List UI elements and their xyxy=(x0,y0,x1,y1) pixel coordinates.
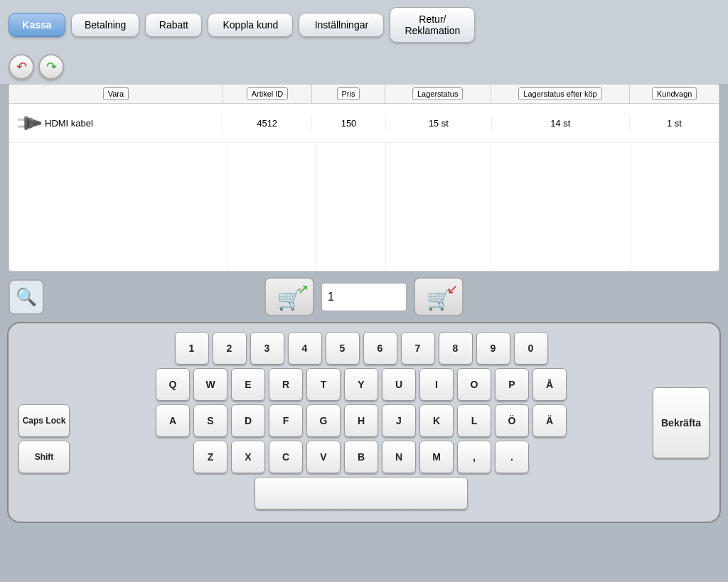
keyboard-right-keys: Bekräfta xyxy=(653,332,710,513)
keyboard-main: Caps Lock Shift 1 2 3 4 5 6 7 8 9 0 Q W xyxy=(18,332,710,513)
key-d[interactable]: D xyxy=(231,404,265,437)
key-6[interactable]: 6 xyxy=(363,332,397,365)
key-q[interactable]: Q xyxy=(156,368,190,401)
key-5[interactable]: 5 xyxy=(326,332,360,365)
key-w[interactable]: W xyxy=(193,368,228,401)
key-aa[interactable]: Å xyxy=(532,368,567,401)
key-9[interactable]: 9 xyxy=(476,332,510,365)
key-o[interactable]: O xyxy=(457,368,491,401)
key-c[interactable]: C xyxy=(269,441,303,473)
header-lagerstatus: Lagerstatus xyxy=(385,85,491,103)
product-table: Vara Artikel ID Pris Lagerstatus Lagerst… xyxy=(9,84,719,271)
tab-retur[interactable]: Retur/ Reklamation xyxy=(390,7,475,43)
key-7[interactable]: 7 xyxy=(401,332,435,365)
shift-key[interactable]: Shift xyxy=(18,441,70,473)
cell-lagerstatus-efter: 14 st xyxy=(492,115,630,131)
search-button[interactable]: 🔍 xyxy=(9,279,44,315)
key-8[interactable]: 8 xyxy=(439,332,473,365)
cell-vara: 🔌 HDMI kabel xyxy=(9,111,223,135)
table-header: Vara Artikel ID Pris Lagerstatus Lagerst… xyxy=(9,85,719,104)
number-row: 1 2 3 4 5 6 7 8 9 0 xyxy=(77,332,646,365)
key-l[interactable]: L xyxy=(457,404,491,437)
bottom-controls: 🔍 ↗ 🛒 ↙ 🛒 xyxy=(0,271,728,322)
keyboard-left-keys: Caps Lock Shift xyxy=(18,332,70,513)
key-r[interactable]: R xyxy=(269,368,303,401)
confirm-key[interactable]: Bekräfta xyxy=(653,387,710,458)
action-row: ↶ ↷ xyxy=(0,50,728,84)
tab-installningar[interactable]: Inställningar xyxy=(299,13,384,37)
add-to-cart-button[interactable]: ↗ 🛒 xyxy=(264,277,314,316)
key-b[interactable]: B xyxy=(344,441,378,473)
keyboard: Caps Lock Shift 1 2 3 4 5 6 7 8 9 0 Q W xyxy=(7,322,721,523)
cart-remove-arrow-icon: ↙ xyxy=(447,281,458,297)
header-artikel: Artikel ID xyxy=(223,85,313,103)
caps-lock-key[interactable]: Caps Lock xyxy=(18,404,70,437)
key-g[interactable]: G xyxy=(306,404,341,437)
key-a[interactable]: A xyxy=(156,404,190,437)
space-key[interactable] xyxy=(255,477,468,510)
header-lagerstatus-efter: Lagerstatus efter köp xyxy=(491,85,631,103)
cell-artikel-id: 4512 xyxy=(223,115,312,131)
key-f[interactable]: F xyxy=(269,404,303,437)
header-kundvagn: Kundvagn xyxy=(630,85,719,103)
key-2[interactable]: 2 xyxy=(213,332,247,365)
key-y[interactable]: Y xyxy=(344,368,378,401)
redo-button[interactable]: ↷ xyxy=(38,54,64,80)
qwerty-row: Q W E R T Y U I O P Å xyxy=(77,368,646,401)
key-m[interactable]: M xyxy=(419,441,454,473)
key-ae[interactable]: Ä xyxy=(532,404,567,437)
key-period[interactable]: . xyxy=(495,441,529,473)
key-3[interactable]: 3 xyxy=(250,332,284,365)
asdf-row: A S D F G H J K L Ö Ä xyxy=(77,404,646,437)
tab-koppla-kund[interactable]: Koppla kund xyxy=(208,13,293,37)
vara-label: HDMI kabel xyxy=(45,118,93,129)
space-row xyxy=(77,477,646,510)
table-row: 🔌 HDMI kabel 4512 150 15 st 14 st 1 st xyxy=(9,104,719,143)
zxcv-row: Z X C V B N M , . xyxy=(77,441,646,473)
key-p[interactable]: P xyxy=(495,368,529,401)
key-4[interactable]: 4 xyxy=(288,332,322,365)
cell-lagerstatus: 15 st xyxy=(386,115,492,131)
key-comma[interactable]: , xyxy=(457,441,491,473)
key-0[interactable]: 0 xyxy=(514,332,548,365)
key-z[interactable]: Z xyxy=(193,441,228,473)
key-1[interactable]: 1 xyxy=(175,332,209,365)
cell-kundvagn: 1 st xyxy=(630,115,719,131)
key-i[interactable]: I xyxy=(419,368,454,401)
key-v[interactable]: V xyxy=(306,441,341,473)
header-pris: Pris xyxy=(312,85,385,103)
header-vara: Vara xyxy=(9,85,223,103)
key-k[interactable]: K xyxy=(419,404,454,437)
key-t[interactable]: T xyxy=(306,368,341,401)
tab-kassa[interactable]: Kassa xyxy=(9,13,65,37)
tab-rabatt[interactable]: Rabatt xyxy=(145,13,202,37)
key-e[interactable]: E xyxy=(231,368,265,401)
empty-rows xyxy=(9,143,719,271)
tab-betalning[interactable]: Betalning xyxy=(71,13,139,37)
cell-pris: 150 xyxy=(312,115,386,131)
key-x[interactable]: X xyxy=(231,441,265,473)
key-n[interactable]: N xyxy=(382,441,416,473)
quantity-input[interactable] xyxy=(321,283,407,311)
key-j[interactable]: J xyxy=(382,404,416,437)
top-nav: Kassa Betalning Rabatt Koppla kund Instä… xyxy=(0,0,728,50)
key-s[interactable]: S xyxy=(193,404,228,437)
hdmi-cable-icon: 🔌 xyxy=(13,108,42,137)
remove-from-cart-button[interactable]: ↙ 🛒 xyxy=(414,277,464,316)
undo-button[interactable]: ↶ xyxy=(9,54,34,80)
cart-add-arrow-icon: ↗ xyxy=(298,281,309,297)
key-h[interactable]: H xyxy=(344,404,378,437)
key-oe[interactable]: Ö xyxy=(495,404,529,437)
search-icon: 🔍 xyxy=(16,287,37,307)
keyboard-center-keys: 1 2 3 4 5 6 7 8 9 0 Q W E R T Y U I xyxy=(77,332,646,513)
key-u[interactable]: U xyxy=(382,368,416,401)
